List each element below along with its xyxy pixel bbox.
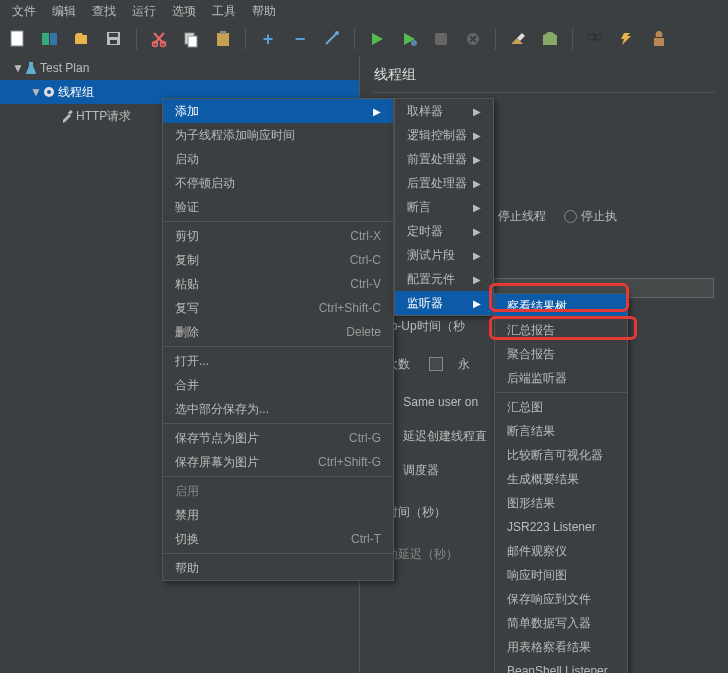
- menu-item-label: 删除: [175, 324, 199, 341]
- toolbar: + −: [0, 22, 728, 56]
- shutdown-icon[interactable]: [463, 29, 483, 49]
- menu-item[interactable]: 邮件观察仪: [495, 539, 627, 563]
- toggle-icon[interactable]: [322, 29, 342, 49]
- menu-item[interactable]: 前置处理器▶: [395, 147, 493, 171]
- clear-icon[interactable]: [508, 29, 528, 49]
- paste-icon[interactable]: [213, 29, 233, 49]
- start-no-pause-icon[interactable]: [399, 29, 419, 49]
- menu-item[interactable]: 定时器▶: [395, 219, 493, 243]
- menu-item[interactable]: 监听器▶: [395, 291, 493, 315]
- menu-item[interactable]: 合并: [163, 373, 393, 397]
- menu-item-label: 启动: [175, 151, 199, 168]
- save-icon[interactable]: [104, 29, 124, 49]
- menu-item-label: 保存响应到文件: [507, 591, 591, 608]
- menu-item[interactable]: 选中部分保存为...: [163, 397, 393, 421]
- tree-root[interactable]: ▼ Test Plan: [0, 56, 359, 80]
- submenu-arrow-icon: ▶: [473, 154, 481, 165]
- menu-item[interactable]: 帮助: [163, 556, 393, 580]
- menu-item[interactable]: 用表格察看结果: [495, 635, 627, 659]
- menu-help[interactable]: 帮助: [246, 1, 282, 22]
- menu-item-label: 汇总图: [507, 399, 543, 416]
- search-icon[interactable]: [585, 29, 605, 49]
- reset-search-icon[interactable]: [617, 29, 637, 49]
- expand-icon[interactable]: +: [258, 29, 278, 49]
- menu-item[interactable]: 逻辑控制器▶: [395, 123, 493, 147]
- menu-item[interactable]: 配置元件▶: [395, 267, 493, 291]
- menu-item[interactable]: 切换Ctrl-T: [163, 527, 393, 551]
- menu-item[interactable]: 汇总报告: [495, 318, 627, 342]
- svg-rect-2: [50, 33, 57, 45]
- menu-item[interactable]: 启用: [163, 479, 393, 503]
- start-icon[interactable]: [367, 29, 387, 49]
- svg-rect-9: [188, 36, 197, 47]
- menu-item[interactable]: 为子线程添加响应时间: [163, 123, 393, 147]
- menu-item[interactable]: 粘贴Ctrl-V: [163, 272, 393, 296]
- cut-icon[interactable]: [149, 29, 169, 49]
- menu-item[interactable]: 汇总图: [495, 395, 627, 419]
- menu-shortcut: Ctrl-C: [350, 253, 381, 267]
- menu-item[interactable]: 打开...: [163, 349, 393, 373]
- svg-rect-5: [110, 40, 117, 44]
- radio-stop-test[interactable]: 停止执: [564, 208, 617, 225]
- menu-item[interactable]: 验证: [163, 195, 393, 219]
- copy-icon[interactable]: [181, 29, 201, 49]
- menu-separator: [495, 392, 627, 393]
- menu-item[interactable]: 添加▶: [163, 99, 393, 123]
- svg-rect-19: [654, 38, 664, 46]
- menu-item-label: 添加: [175, 103, 199, 120]
- open-icon[interactable]: [72, 29, 92, 49]
- submenu-arrow-icon: ▶: [473, 130, 481, 141]
- menu-options[interactable]: 选项: [166, 1, 202, 22]
- menu-item-label: 启用: [175, 483, 199, 500]
- menu-item[interactable]: 生成概要结果: [495, 467, 627, 491]
- submenu-arrow-icon: ▶: [473, 178, 481, 189]
- menu-tools[interactable]: 工具: [206, 1, 242, 22]
- menu-edit[interactable]: 编辑: [46, 1, 82, 22]
- menu-item[interactable]: BeanShell Listener: [495, 659, 627, 673]
- menu-item[interactable]: 简单数据写入器: [495, 611, 627, 635]
- tree-http-label: HTTP请求: [76, 108, 131, 125]
- clear-all-icon[interactable]: [540, 29, 560, 49]
- menu-item[interactable]: 断言结果: [495, 419, 627, 443]
- collapse-icon[interactable]: −: [290, 29, 310, 49]
- templates-icon[interactable]: [40, 29, 60, 49]
- menu-item[interactable]: 取样器▶: [395, 99, 493, 123]
- menu-item[interactable]: 后置处理器▶: [395, 171, 493, 195]
- menu-search[interactable]: 查找: [86, 1, 122, 22]
- menu-item[interactable]: 比较断言可视化器: [495, 443, 627, 467]
- menu-item-label: 粘贴: [175, 276, 199, 293]
- forever-checkbox[interactable]: [429, 357, 443, 371]
- menu-item[interactable]: 聚合报告: [495, 342, 627, 366]
- svg-rect-0: [11, 31, 23, 46]
- svg-rect-11: [220, 31, 226, 34]
- menu-item[interactable]: JSR223 Listener: [495, 515, 627, 539]
- new-icon[interactable]: [8, 29, 28, 49]
- menu-file[interactable]: 文件: [6, 1, 42, 22]
- menu-item-label: 汇总报告: [507, 322, 555, 339]
- menu-item[interactable]: 删除Delete: [163, 320, 393, 344]
- menu-item-label: 察看结果树: [507, 298, 567, 315]
- menu-item[interactable]: 复写Ctrl+Shift-C: [163, 296, 393, 320]
- stop-icon[interactable]: [431, 29, 451, 49]
- menu-item[interactable]: 保存节点为图片Ctrl-G: [163, 426, 393, 450]
- menu-item[interactable]: 启动: [163, 147, 393, 171]
- svg-rect-16: [543, 35, 557, 45]
- menu-shortcut: Ctrl+Shift-G: [318, 455, 381, 469]
- menu-item[interactable]: 保存屏幕为图片Ctrl+Shift-G: [163, 450, 393, 474]
- menu-separator: [163, 346, 393, 347]
- menu-item[interactable]: 剪切Ctrl-X: [163, 224, 393, 248]
- menu-item[interactable]: 断言▶: [395, 195, 493, 219]
- menu-item[interactable]: 测试片段▶: [395, 243, 493, 267]
- menu-item[interactable]: 保存响应到文件: [495, 587, 627, 611]
- function-helper-icon[interactable]: [649, 29, 669, 49]
- menu-item-label: 为子线程添加响应时间: [175, 127, 295, 144]
- menu-item[interactable]: 图形结果: [495, 491, 627, 515]
- menu-item-label: 验证: [175, 199, 199, 216]
- menu-item[interactable]: 察看结果树: [495, 294, 627, 318]
- menu-item[interactable]: 不停顿启动: [163, 171, 393, 195]
- menu-item[interactable]: 后端监听器: [495, 366, 627, 390]
- menu-run[interactable]: 运行: [126, 1, 162, 22]
- menu-item[interactable]: 禁用: [163, 503, 393, 527]
- menu-item[interactable]: 响应时间图: [495, 563, 627, 587]
- menu-item[interactable]: 复制Ctrl-C: [163, 248, 393, 272]
